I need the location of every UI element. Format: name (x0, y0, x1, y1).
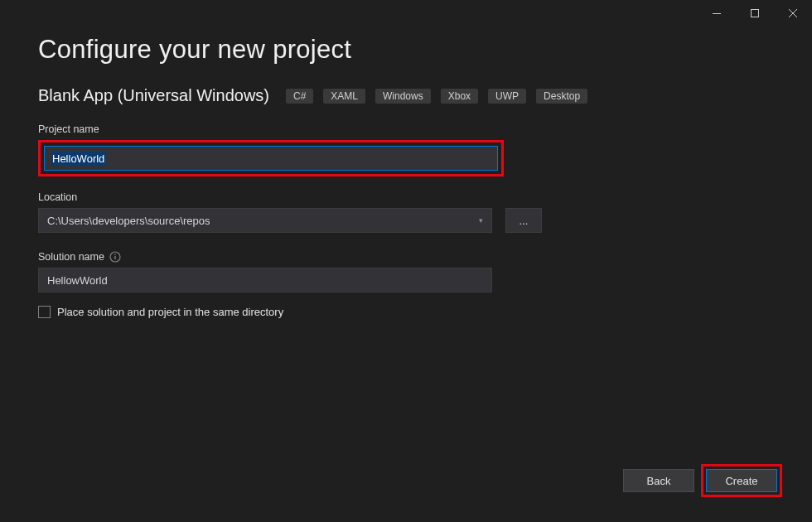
back-button[interactable]: Back (623, 469, 694, 492)
location-group: Location C:\Users\developers\source\repo… (38, 191, 774, 233)
window-controls (698, 0, 812, 27)
window-titlebar (0, 0, 812, 27)
location-row: C:\Users\developers\source\repos ▾ ... (38, 208, 774, 233)
maximize-button[interactable] (736, 0, 774, 27)
location-value: C:\Users\developers\source\repos (47, 215, 210, 227)
browse-label: ... (520, 215, 529, 227)
project-name-value: HelloWorld (51, 152, 105, 166)
tag-xaml: XAML (323, 89, 365, 104)
same-directory-label: Place solution and project in the same d… (57, 306, 283, 318)
template-row: Blank App (Universal Windows) C# XAML Wi… (38, 86, 774, 105)
solution-name-label-text: Solution name (38, 251, 104, 263)
svg-rect-5 (114, 256, 115, 259)
page-title: Configure your new project (38, 35, 774, 65)
back-button-label: Back (647, 475, 671, 487)
tag-csharp: C# (286, 89, 313, 104)
minimize-button[interactable] (698, 0, 736, 27)
svg-rect-1 (752, 10, 759, 17)
close-button[interactable] (774, 0, 812, 27)
dialog-content: Configure your new project Blank App (Un… (0, 27, 812, 318)
template-name: Blank App (Universal Windows) (38, 86, 269, 105)
project-name-input[interactable]: HelloWorld (44, 146, 498, 171)
create-highlight: Create (701, 464, 782, 497)
tag-xbox: Xbox (441, 89, 478, 104)
same-directory-row: Place solution and project in the same d… (38, 306, 774, 318)
project-name-highlight: HelloWorld (38, 140, 504, 176)
create-button-label: Create (725, 475, 757, 487)
solution-name-value: HellowWorld (47, 274, 108, 287)
tag-desktop: Desktop (536, 89, 587, 104)
location-label: Location (38, 191, 774, 203)
solution-name-group: Solution name HellowWorld (38, 251, 774, 292)
project-name-label: Project name (38, 123, 774, 135)
info-icon[interactable] (109, 251, 121, 263)
project-name-group: Project name HelloWorld (38, 123, 774, 176)
dialog-footer: Back Create (623, 464, 782, 497)
svg-rect-0 (713, 13, 721, 14)
solution-name-input[interactable]: HellowWorld (38, 268, 492, 292)
create-button[interactable]: Create (706, 469, 777, 492)
browse-button[interactable]: ... (505, 208, 542, 233)
location-input[interactable]: C:\Users\developers\source\repos ▾ (38, 208, 492, 233)
svg-rect-6 (114, 254, 115, 254)
tag-windows: Windows (375, 89, 431, 104)
same-directory-checkbox[interactable] (38, 306, 51, 318)
solution-name-label: Solution name (38, 251, 774, 263)
tag-uwp: UWP (488, 89, 526, 104)
chevron-down-icon: ▾ (479, 216, 483, 225)
